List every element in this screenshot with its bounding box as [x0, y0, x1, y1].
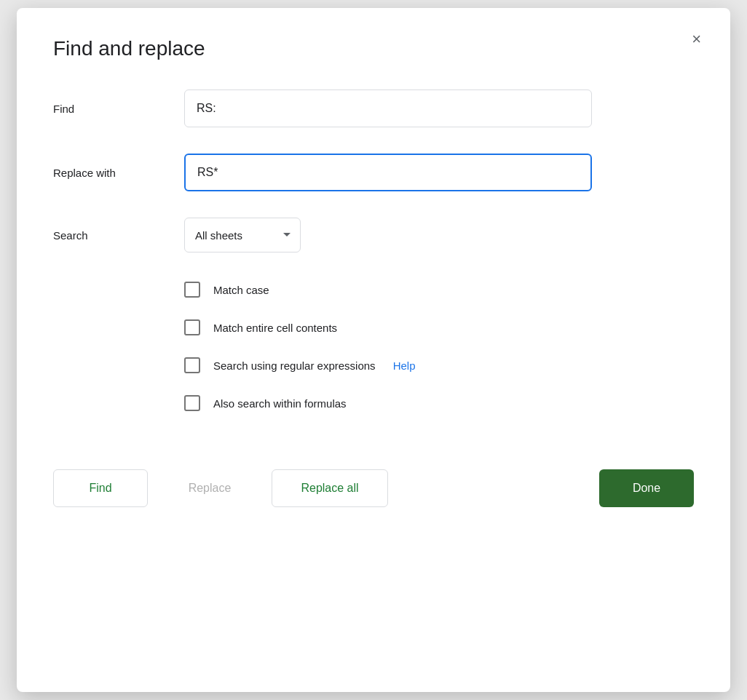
find-input[interactable] — [184, 90, 592, 127]
regex-row[interactable]: Search using regular expressions Help — [184, 357, 694, 373]
regex-label: Search using regular expressions — [213, 359, 376, 372]
close-button[interactable]: × — [689, 28, 704, 50]
replace-all-button[interactable]: Replace all — [272, 469, 388, 507]
match-case-label: Match case — [213, 284, 269, 296]
regex-help-link[interactable]: Help — [393, 359, 416, 372]
checkboxes-section: Match case Match entire cell contents Se… — [184, 282, 694, 411]
done-button[interactable]: Done — [599, 469, 694, 507]
formulas-label: Also search within formulas — [213, 397, 347, 410]
search-select-wrapper: All sheets This sheet — [184, 218, 301, 252]
replace-label: Replace with — [53, 167, 184, 179]
match-case-checkbox[interactable] — [184, 282, 200, 298]
match-entire-row[interactable]: Match entire cell contents — [184, 319, 694, 335]
formulas-row[interactable]: Also search within formulas — [184, 395, 694, 411]
match-entire-label: Match entire cell contents — [213, 322, 337, 334]
regex-checkbox[interactable] — [184, 357, 200, 373]
replace-row: Replace with — [53, 154, 694, 191]
find-row: Find — [53, 90, 694, 127]
search-row: Search All sheets This sheet — [53, 218, 694, 252]
match-entire-checkbox[interactable] — [184, 319, 200, 335]
dialog-footer: Find Replace Replace all Done — [53, 455, 694, 507]
find-replace-dialog: Find and replace × Find Replace with Sea… — [17, 8, 730, 692]
find-label: Find — [53, 103, 184, 115]
replace-input[interactable] — [184, 154, 592, 191]
match-case-row[interactable]: Match case — [184, 282, 694, 298]
find-button[interactable]: Find — [53, 469, 148, 507]
replace-button: Replace — [162, 469, 257, 507]
formulas-checkbox[interactable] — [184, 395, 200, 411]
search-select[interactable]: All sheets This sheet — [184, 218, 301, 252]
dialog-title: Find and replace — [53, 37, 694, 60]
search-label: Search — [53, 229, 184, 242]
